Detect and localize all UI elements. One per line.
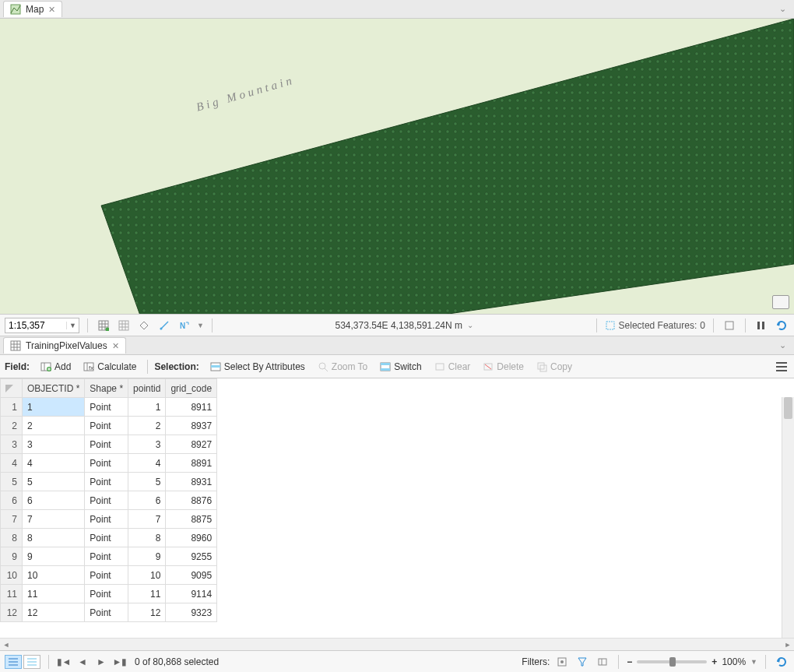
table-row[interactable]: 88Point88960	[1, 529, 217, 547]
cell-objectid[interactable]: 11	[23, 585, 85, 603]
cell-gridcode[interactable]: 8891	[166, 454, 217, 473]
filter-extent-icon[interactable]	[554, 654, 570, 670]
map-mode-badge[interactable]	[772, 295, 789, 309]
cell-shape[interactable]: Point	[85, 417, 128, 435]
row-header[interactable]: 3	[1, 435, 23, 454]
zoom-out-button[interactable]: −	[627, 656, 632, 667]
cell-gridcode[interactable]: 9095	[166, 566, 217, 585]
table-row[interactable]: 1212Point129323	[1, 603, 217, 622]
select-all-header[interactable]	[1, 379, 23, 398]
cell-gridcode[interactable]: 8927	[166, 435, 217, 454]
zoom-slider[interactable]: − +	[627, 656, 717, 667]
row-header[interactable]: 9	[1, 547, 23, 566]
column-header-shape[interactable]: Shape *	[85, 379, 128, 398]
switch-selection-button[interactable]: Switch	[375, 360, 426, 374]
cell-pointid[interactable]: 3	[128, 435, 166, 454]
last-record-button[interactable]: ►▮	[113, 655, 127, 669]
map-canvas[interactable]: Big Mountain	[0, 19, 794, 315]
cell-gridcode[interactable]: 9114	[166, 585, 217, 603]
pause-icon[interactable]	[754, 318, 769, 333]
cell-gridcode[interactable]: 9323	[166, 603, 217, 622]
cell-gridcode[interactable]: 8911	[166, 398, 217, 417]
cell-objectid[interactable]: 5	[23, 473, 85, 491]
cell-objectid[interactable]: 2	[23, 417, 85, 435]
cell-shape[interactable]: Point	[85, 566, 128, 585]
cell-pointid[interactable]: 6	[128, 491, 166, 510]
cell-objectid[interactable]: 4	[23, 454, 85, 473]
zoom-in-button[interactable]: +	[711, 656, 717, 667]
close-icon[interactable]: ✕	[112, 341, 119, 351]
scale-combo[interactable]: ▼	[5, 318, 79, 333]
table-row[interactable]: 1111Point119114	[1, 585, 217, 603]
row-header[interactable]: 5	[1, 473, 23, 491]
chevron-down-icon[interactable]: ⌄	[467, 321, 473, 329]
show-all-records-button[interactable]	[5, 655, 22, 669]
cell-pointid[interactable]: 2	[128, 417, 166, 435]
frame-icon[interactable]	[722, 318, 737, 333]
menu-icon[interactable]	[774, 359, 789, 375]
cell-shape[interactable]: Point	[85, 454, 128, 473]
cell-pointid[interactable]: 1	[128, 398, 166, 417]
table-row[interactable]: 55Point58931	[1, 473, 217, 491]
horizontal-scrollbar[interactable]: ◄ ►	[0, 638, 794, 650]
chevron-down-icon[interactable]: ▼	[66, 322, 79, 329]
scale-input[interactable]	[5, 320, 66, 331]
cell-gridcode[interactable]: 8876	[166, 491, 217, 510]
show-selected-records-button[interactable]	[23, 655, 40, 669]
cell-gridcode[interactable]: 8931	[166, 473, 217, 491]
cell-objectid[interactable]: 6	[23, 491, 85, 510]
filter-range-icon[interactable]	[595, 654, 610, 670]
cell-pointid[interactable]: 8	[128, 529, 166, 547]
cell-shape[interactable]: Point	[85, 547, 128, 566]
cell-objectid[interactable]: 10	[23, 566, 85, 585]
cell-shape[interactable]: Point	[85, 603, 128, 622]
cell-shape[interactable]: Point	[85, 473, 128, 491]
map-tab[interactable]: Map ✕	[3, 1, 62, 17]
cell-gridcode[interactable]: 9255	[166, 547, 217, 566]
row-header[interactable]: 7	[1, 510, 23, 529]
row-header[interactable]: 12	[1, 603, 23, 622]
column-header-objectid[interactable]: OBJECTID *	[23, 379, 85, 398]
column-header-pointid[interactable]: pointid	[128, 379, 166, 398]
constraints-icon[interactable]	[136, 318, 152, 333]
cell-pointid[interactable]: 11	[128, 585, 166, 603]
table-row[interactable]: 1010Point109095	[1, 566, 217, 585]
cell-pointid[interactable]: 9	[128, 547, 166, 566]
row-header[interactable]: 2	[1, 417, 23, 435]
cell-gridcode[interactable]: 8875	[166, 510, 217, 529]
table-row[interactable]: 11Point18911	[1, 398, 217, 417]
cell-shape[interactable]: Point	[85, 435, 128, 454]
calculate-field-button[interactable]: fx Calculate	[79, 360, 141, 374]
row-header[interactable]: 4	[1, 454, 23, 473]
first-record-button[interactable]: ▮◄	[57, 655, 71, 669]
table-row[interactable]: 99Point99255	[1, 547, 217, 566]
refresh-icon[interactable]	[774, 318, 789, 333]
select-by-attributes-button[interactable]: Select By Attributes	[206, 360, 310, 374]
chevron-down-icon[interactable]: ⌄	[775, 4, 791, 14]
cell-gridcode[interactable]: 8960	[166, 529, 217, 547]
table-row[interactable]: 44Point48891	[1, 454, 217, 473]
row-header[interactable]: 1	[1, 398, 23, 417]
cell-objectid[interactable]: 7	[23, 510, 85, 529]
refresh-icon[interactable]	[774, 654, 789, 670]
cell-shape[interactable]: Point	[85, 529, 128, 547]
cell-pointid[interactable]: 7	[128, 510, 166, 529]
row-header[interactable]: 8	[1, 529, 23, 547]
column-header-gridcode[interactable]: grid_code	[166, 379, 217, 398]
table-row[interactable]: 66Point68876	[1, 491, 217, 510]
cell-objectid[interactable]: 12	[23, 603, 85, 622]
cell-shape[interactable]: Point	[85, 510, 128, 529]
cell-pointid[interactable]: 10	[128, 566, 166, 585]
vertical-scrollbar[interactable]	[782, 397, 794, 638]
chevron-down-icon[interactable]: ⌄	[775, 340, 791, 350]
correction-icon[interactable]: N	[177, 318, 192, 333]
cell-shape[interactable]: Point	[85, 398, 128, 417]
row-header[interactable]: 6	[1, 491, 23, 510]
inference-icon[interactable]	[156, 318, 172, 333]
cell-gridcode[interactable]: 8937	[166, 417, 217, 435]
cell-shape[interactable]: Point	[85, 491, 128, 510]
attribute-table[interactable]: OBJECTID * Shape * pointid grid_code 11P…	[0, 378, 794, 638]
chevron-down-icon[interactable]: ▼	[750, 658, 757, 666]
cell-objectid[interactable]: 1	[23, 398, 85, 417]
table-row[interactable]: 77Point78875	[1, 510, 217, 529]
